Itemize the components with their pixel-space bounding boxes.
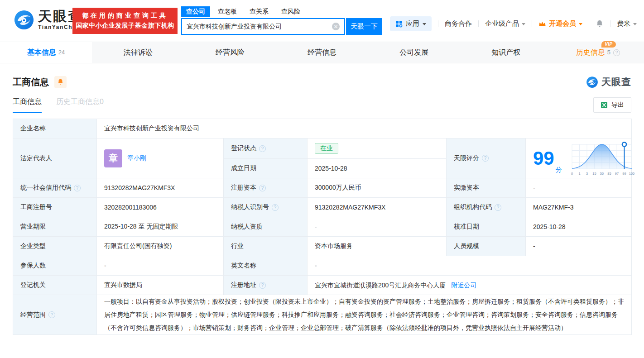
legal-rep-link[interactable]: 章小刚 bbox=[127, 154, 146, 162]
field-reg-address-label: 注册地址? bbox=[224, 276, 308, 295]
top-navigation: 应用 商务合作 企业级产品 开通会员 bbox=[390, 16, 637, 31]
apps-menu[interactable]: 应用 bbox=[390, 16, 432, 31]
nav-enterprise-products[interactable]: 企业级产品 bbox=[485, 19, 525, 28]
table-row: 法定代表人 章 章小刚 登记状态? 在业 天眼评分? bbox=[13, 138, 632, 159]
score-unit: 分 bbox=[556, 166, 562, 177]
clear-icon[interactable]: ✕ bbox=[332, 23, 340, 30]
field-reg-capital-value: 300000万人民币 bbox=[308, 178, 447, 198]
field-approval-date-label: 核准日期 bbox=[447, 217, 526, 237]
search-tab-boss[interactable]: 查老板 bbox=[213, 6, 242, 17]
notification-bell-icon[interactable] bbox=[596, 19, 604, 28]
subtab-row: 工商信息 历史工商信息0 导出 bbox=[13, 97, 631, 113]
search-input[interactable] bbox=[182, 23, 332, 30]
nearby-companies-link[interactable]: 附近公司 bbox=[451, 282, 476, 289]
field-reg-address-value: 宜兴市宜城街道洑溪路200号汇龙商务中心大厦 附近公司 bbox=[308, 276, 632, 295]
tab-basic-info-label: 基本信息 bbox=[27, 48, 56, 57]
help-icon[interactable]: ? bbox=[259, 282, 266, 289]
table-row: 登记机关 宜兴市数据局 注册地址? 宜兴市宜城街道洑溪路200号汇龙商务中心大厦… bbox=[13, 276, 632, 295]
field-legal-rep-value: 章 章小刚 bbox=[97, 138, 224, 178]
svg-text:0: 0 bbox=[571, 172, 573, 176]
help-icon[interactable]: ? bbox=[74, 185, 81, 191]
nav-divider bbox=[610, 20, 610, 27]
page-title: 工商信息 bbox=[13, 76, 49, 88]
main-content: 工商信息 天眼查 工商信息 历史工商信息0 bbox=[0, 76, 644, 335]
svg-text:100: 100 bbox=[629, 172, 634, 176]
search-area: 查公司 查老板 查关系 查风险 ✕ 天眼一下 bbox=[181, 6, 382, 35]
tab-basic-info[interactable]: 基本信息 24 bbox=[0, 42, 92, 63]
search-tab-risk[interactable]: 查风险 bbox=[276, 6, 305, 17]
field-establish-date-label: 成立日期 bbox=[224, 159, 308, 178]
nav-open-vip[interactable]: 开通会员 bbox=[538, 19, 582, 28]
nav-divider bbox=[438, 20, 438, 27]
nav-user-account[interactable]: 费米 bbox=[617, 19, 637, 28]
field-english-name-value: - bbox=[308, 256, 632, 276]
tab-intellectual-property[interactable]: 知识产权 bbox=[460, 42, 552, 63]
svg-text:99: 99 bbox=[622, 172, 626, 176]
search-row: ✕ 天眼一下 bbox=[181, 18, 382, 35]
field-english-name-label: 英文名称 bbox=[224, 256, 308, 276]
field-business-scope-value: 一般项目：以自有资金从事投资活动；股权投资；创业投资（限投资未上市企业）；自有资… bbox=[97, 295, 632, 335]
search-tabs: 查公司 查老板 查关系 查风险 bbox=[181, 6, 382, 18]
business-info-table: 企业名称 宜兴市科技创新产业投资有限公司 法定代表人 章 章小刚 登记状态? 在… bbox=[13, 119, 632, 335]
help-icon[interactable]: ? bbox=[259, 185, 266, 191]
score-marker-pin bbox=[622, 142, 626, 146]
nav-divider bbox=[589, 20, 589, 27]
field-paid-capital-value: - bbox=[526, 178, 632, 198]
field-reg-authority-label: 登记机关 bbox=[13, 276, 97, 295]
table-row: 营业期限 2025-10-28 至 无固定期限 纳税人资质 - 核准日期 202… bbox=[13, 217, 632, 237]
field-company-type-value: 有限责任公司(国有独资) bbox=[97, 237, 224, 256]
field-company-name-value: 宜兴市科技创新产业投资有限公司 bbox=[97, 119, 632, 138]
nav-enterprise-products-label: 企业级产品 bbox=[485, 19, 519, 28]
search-tab-company[interactable]: 查公司 bbox=[181, 6, 210, 17]
nav-open-vip-label: 开通会员 bbox=[549, 19, 576, 28]
tianyancha-swirl-icon bbox=[586, 76, 598, 88]
field-org-code-label: 组织机构代码? bbox=[447, 198, 526, 217]
score-number: 99 bbox=[533, 149, 554, 168]
chevron-down-icon bbox=[522, 23, 525, 25]
field-reg-number-label: 工商注册号 bbox=[13, 198, 97, 217]
nav-business-coop[interactable]: 商务合作 bbox=[445, 19, 472, 28]
chevron-down-icon bbox=[579, 23, 582, 25]
reg-address-text: 宜兴市宜城街道洑溪路200号汇龙商务中心大厦 bbox=[315, 282, 446, 289]
svg-text:15: 15 bbox=[592, 172, 596, 176]
subtab-business-info[interactable]: 工商信息 bbox=[13, 97, 42, 113]
crown-icon bbox=[538, 21, 546, 27]
help-icon[interactable]: ? bbox=[259, 145, 266, 152]
field-company-name-label: 企业名称 bbox=[13, 119, 97, 138]
field-taxpayer-id-label: 纳税人识别号? bbox=[224, 198, 308, 217]
subtab-history-business-info[interactable]: 历史工商信息0 bbox=[56, 97, 104, 113]
search-tab-relation[interactable]: 查关系 bbox=[245, 6, 274, 17]
tab-operating-risk[interactable]: 经营风险 bbox=[184, 42, 276, 63]
status-badge: 在业 bbox=[315, 143, 338, 154]
field-credit-code-label: 统一社会信用代码? bbox=[13, 178, 97, 198]
field-insured-count-label: 参保人数 bbox=[13, 256, 97, 276]
nav-user-name: 费米 bbox=[617, 19, 630, 28]
monitor-bell-icon[interactable] bbox=[54, 76, 67, 88]
field-industry-value: 资本市场服务 bbox=[308, 237, 447, 256]
field-staff-size-label: 人员规模 bbox=[447, 237, 526, 256]
tab-history-info[interactable]: 历史信息 VIP 5 ? bbox=[552, 42, 644, 63]
field-reg-status-label: 登记状态? bbox=[224, 138, 308, 159]
field-business-term-label: 营业期限 bbox=[13, 217, 97, 237]
field-paid-capital-label: 实缴资本 bbox=[447, 178, 526, 198]
export-button[interactable]: 导出 bbox=[593, 97, 631, 113]
tianyancha-watermark: 天眼查 bbox=[586, 76, 631, 88]
tab-company-development[interactable]: 公司发展 bbox=[368, 42, 460, 63]
svg-text:1: 1 bbox=[578, 172, 580, 176]
search-button[interactable]: 天眼一下 bbox=[346, 18, 382, 35]
table-row: 参保人数 - 英文名称 - bbox=[13, 256, 632, 276]
help-icon[interactable]: ? bbox=[272, 204, 279, 211]
nav-divider bbox=[478, 20, 479, 27]
tab-legal-proceedings[interactable]: 法律诉讼 bbox=[92, 42, 184, 63]
help-icon[interactable]: ? bbox=[613, 49, 620, 56]
promo-banner-line1: 都在用的商业查询工具 bbox=[82, 12, 168, 20]
field-reg-authority-value: 宜兴市数据局 bbox=[97, 276, 224, 295]
help-icon[interactable]: ? bbox=[495, 204, 501, 211]
legal-rep-avatar[interactable]: 章 bbox=[104, 149, 122, 167]
help-icon[interactable]: ? bbox=[482, 155, 489, 162]
svg-text:3: 3 bbox=[586, 172, 588, 176]
help-icon[interactable]: ? bbox=[48, 311, 55, 318]
table-row: 工商注册号 320282001183006 纳税人识别号? 91320282MA… bbox=[13, 198, 632, 217]
tab-operating-info[interactable]: 经营信息 bbox=[276, 42, 368, 63]
tab-basic-info-count: 24 bbox=[58, 49, 65, 56]
